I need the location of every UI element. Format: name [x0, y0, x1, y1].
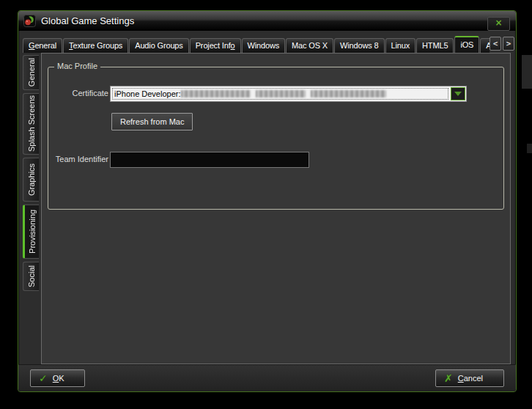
tab-android[interactable]: Android / F — [480, 38, 489, 53]
team-identifier-input[interactable] — [110, 152, 309, 168]
chevron-left-icon: < — [493, 39, 498, 48]
group-title: Mac Profile — [54, 62, 100, 70]
redacted-text — [311, 90, 386, 97]
tab-linux[interactable]: Linux — [385, 38, 416, 53]
tab-scroll-left-button[interactable]: < — [489, 37, 501, 51]
team-identifier-label: Team Identifier — [50, 155, 108, 163]
tab-mac-os-x[interactable]: Mac OS X — [286, 38, 333, 53]
dropdown-button[interactable] — [451, 87, 465, 100]
certificate-dropdown[interactable]: iPhone Developer: — [110, 86, 467, 102]
chevron-right-icon: > — [506, 39, 511, 48]
redacted-text — [256, 90, 306, 97]
side-tab-general[interactable]: General — [23, 55, 39, 90]
side-tab-splash-screens[interactable]: Splash Screens — [23, 93, 39, 155]
side-tab-social[interactable]: Social — [23, 262, 39, 291]
platform-tabs: General Texture Groups Audio Groups Proj… — [23, 36, 489, 53]
cancel-button-label: Cancel — [458, 374, 483, 383]
side-tab-graphics[interactable]: Graphics — [23, 158, 39, 202]
certificate-value: iPhone Developer: — [112, 88, 448, 100]
tab-html5[interactable]: HTML5 — [416, 38, 454, 53]
content-panel: Mac Profile Certificate iPhone Developer… — [41, 53, 511, 364]
background-window-fragment — [522, 55, 532, 89]
window-titlebar[interactable]: Global Game Settings × — [18, 11, 516, 31]
tab-ios[interactable]: iOS — [454, 36, 479, 53]
tab-windows[interactable]: Windows — [242, 38, 286, 53]
cancel-button[interactable]: ✗ Cancel — [435, 369, 504, 387]
side-tab-provisioning[interactable]: Provisioning — [23, 204, 39, 259]
ok-button-label: OK — [53, 374, 64, 383]
tab-audio-groups[interactable]: Audio Groups — [129, 38, 188, 53]
platform-tab-bar: General Texture Groups Audio Groups Proj… — [23, 36, 515, 53]
redacted-text — [181, 90, 251, 97]
background-window-fragment — [527, 144, 532, 153]
tab-general[interactable]: General — [23, 38, 62, 53]
certificate-label: Certificate — [50, 89, 108, 97]
refresh-from-mac-button[interactable]: Refresh from Mac — [111, 113, 193, 130]
ok-button[interactable]: ✓ OK — [30, 369, 85, 387]
tab-windows-8[interactable]: Windows 8 — [334, 38, 384, 53]
mac-profile-group: Mac Profile Certificate iPhone Developer… — [48, 67, 504, 210]
close-button[interactable]: × — [487, 17, 510, 31]
tab-scroll-right-button[interactable]: > — [503, 37, 514, 51]
gamemaker-app-icon — [23, 15, 36, 27]
tab-texture-groups[interactable]: Texture Groups — [63, 38, 128, 53]
x-icon: ✗ — [444, 373, 453, 383]
dialog-footer: ✓ OK ✗ Cancel — [18, 364, 516, 391]
chevron-down-icon — [454, 92, 462, 96]
close-icon: × — [495, 18, 502, 28]
tab-project-info[interactable]: Project Info — [190, 38, 241, 53]
category-tab-bar: General Splash Screens Graphics Provisio… — [23, 55, 41, 291]
screen: Global Game Settings × General Texture G… — [0, 0, 532, 409]
window-title: Global Game Settings — [41, 15, 134, 26]
global-game-settings-window: Global Game Settings × General Texture G… — [18, 10, 517, 392]
check-icon: ✓ — [39, 373, 48, 383]
